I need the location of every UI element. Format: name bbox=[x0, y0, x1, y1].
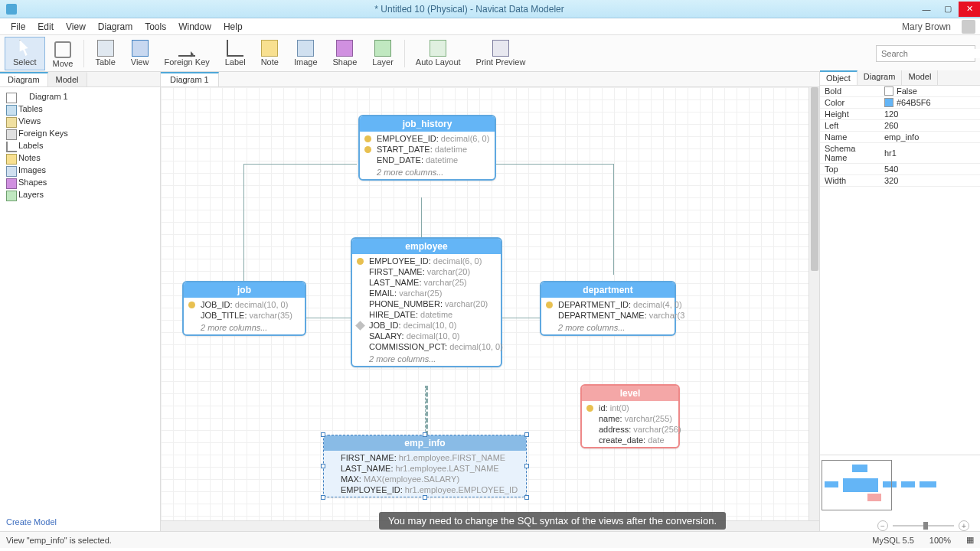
tree-tables[interactable]: Tables bbox=[0, 103, 160, 115]
column-row[interactable]: EMPLOYEE_ID: decimal(6, 0) bbox=[352, 256, 501, 266]
zoom-slider[interactable] bbox=[893, 525, 954, 527]
column-row[interactable]: JOB_ID: decimal(10, 0) bbox=[184, 299, 305, 310]
table-level[interactable]: level id: int(0)name: varchar(255)addres… bbox=[580, 384, 680, 448]
property-row[interactable]: Top540 bbox=[820, 164, 980, 175]
column-row[interactable]: name: varchar(255) bbox=[582, 413, 678, 424]
column-row[interactable]: JOB_TITLE: varchar(35) bbox=[184, 310, 305, 321]
column-row[interactable]: EMPLOYEE_ID: hr1.employee.EMPLOYEE_ID bbox=[324, 484, 526, 495]
tab-model[interactable]: Model bbox=[48, 72, 87, 86]
tab-object[interactable]: Object bbox=[820, 70, 858, 85]
tool-move[interactable]: Move bbox=[45, 37, 81, 70]
maximize-button[interactable]: ▢ bbox=[937, 2, 959, 17]
close-button[interactable]: ✕ bbox=[959, 2, 980, 17]
column-row[interactable]: EMAIL: varchar(25) bbox=[352, 288, 501, 298]
zoom-controls: − + bbox=[877, 520, 969, 531]
object-tree: Diagram 1 Tables Views Foreign Keys Labe… bbox=[0, 87, 160, 513]
table-job[interactable]: job JOB_ID: decimal(10, 0)JOB_TITLE: var… bbox=[182, 281, 306, 336]
column-row[interactable]: create_date: date bbox=[582, 435, 678, 445]
user-area[interactable]: Mary Brown bbox=[896, 20, 975, 34]
tool-table[interactable]: Table bbox=[87, 37, 122, 70]
tab-diagram[interactable]: Diagram bbox=[0, 72, 48, 86]
column-row[interactable]: SALARY: decimal(10, 0) bbox=[352, 331, 501, 341]
column-row[interactable]: PHONE_NUMBER: varchar(20) bbox=[352, 298, 501, 309]
tab-model-r[interactable]: Model bbox=[902, 70, 938, 85]
tool-view[interactable]: View bbox=[123, 37, 157, 70]
property-row[interactable]: Nameemp_info bbox=[820, 132, 980, 143]
menu-diagram[interactable]: Diagram bbox=[92, 21, 139, 32]
table-job-history[interactable]: job_history EMPLOYEE_ID: decimal(6, 0)ST… bbox=[358, 115, 496, 181]
tool-note[interactable]: Note bbox=[253, 37, 286, 70]
tree-foreign-keys[interactable]: Foreign Keys bbox=[0, 127, 160, 139]
foreign-key-icon bbox=[178, 40, 195, 57]
table-employee[interactable]: employee EMPLOYEE_ID: decimal(6, 0)FIRST… bbox=[351, 237, 502, 367]
property-row[interactable]: Schema Namehr1 bbox=[820, 143, 980, 164]
menu-tools[interactable]: Tools bbox=[139, 21, 172, 32]
tree-notes[interactable]: Notes bbox=[0, 152, 160, 164]
create-model-link[interactable]: Create Model bbox=[0, 513, 160, 531]
tree-views[interactable]: Views bbox=[0, 115, 160, 127]
property-row[interactable]: BoldFalse bbox=[820, 86, 980, 97]
status-db: MySQL 5.5 bbox=[872, 536, 914, 545]
column-row[interactable]: JOB_ID: decimal(10, 0) bbox=[352, 320, 501, 331]
column-row[interactable]: LAST_NAME: varchar(25) bbox=[352, 277, 501, 288]
property-row[interactable]: Color#64B5F6 bbox=[820, 97, 980, 109]
property-row[interactable]: Width320 bbox=[820, 175, 980, 187]
tool-auto-layout[interactable]: Auto Layout bbox=[408, 37, 469, 70]
canvas[interactable]: job_history EMPLOYEE_ID: decimal(6, 0)ST… bbox=[161, 87, 819, 531]
property-row[interactable]: Height120 bbox=[820, 109, 980, 120]
tool-fk[interactable]: Foreign Key bbox=[156, 37, 217, 70]
minimap[interactable] bbox=[820, 455, 980, 531]
search-box[interactable]: 🔍 bbox=[876, 45, 975, 62]
zoom-out-button[interactable]: − bbox=[877, 520, 888, 531]
column-row[interactable]: address: varchar(256) bbox=[582, 424, 678, 435]
vertical-scrollbar[interactable] bbox=[808, 87, 819, 520]
shape-icon bbox=[336, 40, 353, 57]
table-department[interactable]: department DEPARTMENT_ID: decimal(4, 0)D… bbox=[540, 281, 676, 336]
menu-window[interactable]: Window bbox=[172, 21, 217, 32]
table-header: job_history bbox=[360, 116, 495, 132]
column-row[interactable]: id: int(0) bbox=[582, 403, 678, 413]
caption-overlay: You may need to change the SQL syntax of… bbox=[379, 512, 726, 530]
titlebar: * Untitled 10 (Physical) - Navicat Data … bbox=[0, 0, 980, 18]
status-text: View "emp_info" is selected. bbox=[6, 536, 112, 545]
tree-diagram1[interactable]: Diagram 1 bbox=[0, 90, 160, 103]
column-row[interactable]: FIRST_NAME: varchar(20) bbox=[352, 266, 501, 277]
column-row[interactable]: FIRST_NAME: hr1.employee.FIRST_NAME bbox=[324, 452, 526, 463]
tab-diagram-r[interactable]: Diagram bbox=[858, 70, 903, 85]
column-row[interactable]: MAX: MAX(employee.SALARY) bbox=[324, 474, 526, 484]
tree-shapes[interactable]: Shapes bbox=[0, 176, 160, 188]
tool-image[interactable]: Image bbox=[286, 37, 325, 70]
tool-select[interactable]: Select bbox=[5, 37, 45, 70]
menu-help[interactable]: Help bbox=[217, 21, 249, 32]
view-emp-info[interactable]: emp_info FIRST_NAME: hr1.employee.FIRST_… bbox=[323, 435, 527, 497]
tool-label[interactable]: Label bbox=[217, 37, 253, 70]
menu-view[interactable]: View bbox=[60, 21, 92, 32]
menu-file[interactable]: File bbox=[5, 21, 31, 32]
tool-print-preview[interactable]: Print Preview bbox=[469, 37, 534, 70]
column-row[interactable]: COMMISSION_PCT: decimal(10, 0) bbox=[352, 341, 501, 352]
search-input[interactable] bbox=[881, 49, 980, 58]
tool-layer[interactable]: Layer bbox=[364, 37, 401, 70]
tree-labels[interactable]: Labels bbox=[0, 139, 160, 152]
column-row[interactable]: HIRE_DATE: datetime bbox=[352, 309, 501, 320]
minimize-button[interactable]: — bbox=[916, 2, 937, 17]
menubar: File Edit View Diagram Tools Window Help… bbox=[0, 18, 980, 35]
column-row[interactable]: DEPARTMENT_NAME: varchar(3 bbox=[541, 310, 675, 321]
column-row[interactable]: DEPARTMENT_ID: decimal(4, 0) bbox=[541, 299, 675, 310]
menu-edit[interactable]: Edit bbox=[31, 21, 60, 32]
grid-icon[interactable]: ▦ bbox=[966, 535, 974, 545]
canvas-tab-diagram1[interactable]: Diagram 1 bbox=[161, 72, 219, 86]
property-row[interactable]: Left260 bbox=[820, 120, 980, 132]
tree-layers[interactable]: Layers bbox=[0, 188, 160, 201]
column-row[interactable]: END_DATE: datetime bbox=[360, 155, 495, 165]
column-row[interactable]: EMPLOYEE_ID: decimal(6, 0) bbox=[360, 133, 495, 144]
view-icon bbox=[132, 40, 149, 57]
tree-images[interactable]: Images bbox=[0, 164, 160, 176]
zoom-in-button[interactable]: + bbox=[959, 520, 969, 531]
column-row[interactable]: START_DATE: datetime bbox=[360, 144, 495, 155]
hand-icon bbox=[54, 41, 71, 58]
table-header: job bbox=[184, 282, 305, 298]
table-header: employee bbox=[352, 239, 501, 254]
tool-shape[interactable]: Shape bbox=[325, 37, 365, 70]
column-row[interactable]: LAST_NAME: hr1.employee.LAST_NAME bbox=[324, 463, 526, 474]
